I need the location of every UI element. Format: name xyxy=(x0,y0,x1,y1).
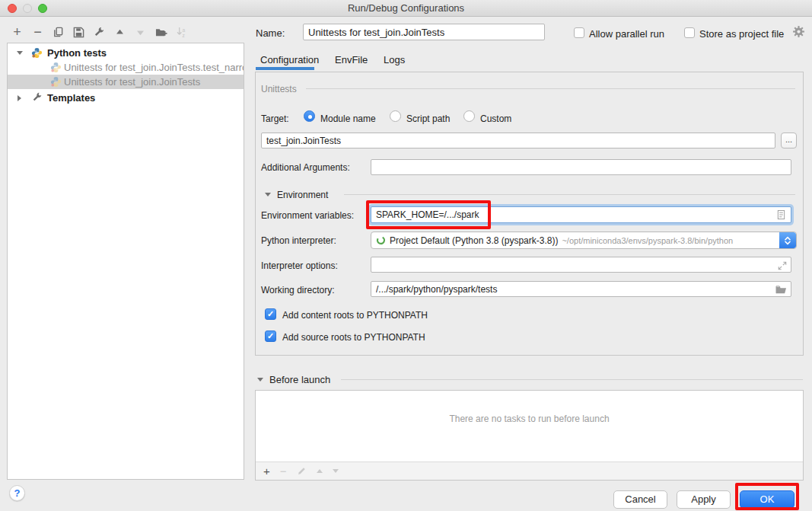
tree-item-templates[interactable]: Templates xyxy=(8,91,244,105)
target-custom-radio[interactable] xyxy=(463,110,475,122)
tree-item-label: Unittests for test_join.JoinTests.test_n… xyxy=(64,60,244,75)
edit-templates-wrench-icon[interactable] xyxy=(93,26,106,39)
python-tests-icon xyxy=(31,47,43,60)
collapse-arrow-icon[interactable] xyxy=(17,51,23,55)
store-as-project-file-label: Store as project file xyxy=(699,28,784,40)
name-input[interactable] xyxy=(303,24,545,40)
expand-field-icon[interactable] xyxy=(778,260,787,273)
move-task-down-icon[interactable] xyxy=(333,469,339,473)
python-test-icon xyxy=(50,76,62,89)
python-interpreter-label: Python interpreter: xyxy=(261,235,336,246)
environment-variables-label: Environment variables: xyxy=(261,210,354,221)
additional-arguments-input[interactable] xyxy=(371,159,791,175)
before-launch-panel: There are no tasks to run before launch … xyxy=(255,390,804,481)
combobox-stepper-icon[interactable] xyxy=(779,232,796,248)
expand-arrow-icon[interactable] xyxy=(18,95,21,101)
interpreter-options-label: Interpreter options: xyxy=(261,260,338,271)
before-launch-toolbar: + − xyxy=(256,461,803,480)
tab-logs[interactable]: Logs xyxy=(384,54,405,65)
configurations-tree: Python tests Unittests for test_join.Joi… xyxy=(7,43,244,480)
env-variables-browse-icon[interactable] xyxy=(776,209,786,223)
store-as-project-file-checkbox[interactable] xyxy=(684,27,695,38)
target-module-name-label: Module name xyxy=(320,113,376,124)
add-source-roots-label: Add source roots to PYTHONPATH xyxy=(282,332,425,343)
copy-configuration-icon[interactable] xyxy=(52,26,65,39)
sort-alphabetically-icon[interactable]: az xyxy=(175,26,188,39)
save-configuration-icon[interactable] xyxy=(72,26,85,39)
working-directory-input[interactable] xyxy=(371,281,791,297)
before-launch-empty-text: There are no tasks to run before launch xyxy=(256,414,803,424)
move-down-icon[interactable] xyxy=(134,26,147,39)
title-bar: Run/Debug Configurations xyxy=(0,0,812,17)
add-configuration-icon[interactable]: + xyxy=(11,26,24,39)
python-interpreter-select[interactable]: Project Default (Python 3.8 (pyspark-3.8… xyxy=(371,232,797,249)
before-launch-collapse-icon[interactable] xyxy=(257,378,263,382)
environment-variables-input[interactable] xyxy=(371,206,791,223)
remove-configuration-icon[interactable]: − xyxy=(31,26,44,39)
apply-button[interactable]: Apply xyxy=(677,490,731,509)
cancel-button[interactable]: Cancel xyxy=(613,490,667,509)
configuration-panel: Unittests Target: Module name Script pat… xyxy=(255,72,804,356)
target-script-path-label: Script path xyxy=(406,113,450,124)
working-directory-label: Working directory: xyxy=(261,285,334,295)
tab-configuration[interactable]: Configuration xyxy=(260,54,319,65)
additional-arguments-label: Additional Arguments: xyxy=(261,162,350,173)
target-custom-label: Custom xyxy=(480,113,511,124)
target-module-name-radio[interactable] xyxy=(304,110,315,122)
target-input[interactable] xyxy=(261,133,775,149)
environment-separator xyxy=(344,194,795,195)
interpreter-value: Project Default (Python 3.8 (pyspark-3.8… xyxy=(390,235,558,246)
add-source-roots-checkbox[interactable]: ✓ xyxy=(265,331,276,342)
gear-icon[interactable] xyxy=(792,25,805,41)
browse-folder-icon[interactable] xyxy=(775,284,787,298)
edit-task-icon[interactable] xyxy=(297,466,307,476)
templates-wrench-icon xyxy=(32,92,43,105)
tree-item-label: Unittests for test_join.JoinTests xyxy=(64,75,200,89)
tree-item-label: Python tests xyxy=(47,46,107,60)
before-launch-separator xyxy=(341,379,803,380)
move-task-up-icon[interactable] xyxy=(317,469,323,473)
new-folder-icon[interactable] xyxy=(154,26,167,39)
python-test-icon xyxy=(50,62,62,75)
interpreter-env-icon xyxy=(376,235,386,245)
browse-target-button[interactable]: ... xyxy=(781,133,797,149)
svg-text:z: z xyxy=(182,33,184,38)
before-launch-title: Before launch xyxy=(269,374,330,385)
tab-envfile[interactable]: EnvFile xyxy=(335,54,368,65)
add-task-icon[interactable]: + xyxy=(263,465,270,477)
tree-item-label: Templates xyxy=(47,91,95,105)
target-script-path-radio[interactable] xyxy=(390,110,401,122)
interpreter-options-input[interactable] xyxy=(371,257,791,273)
window-title: Run/Debug Configurations xyxy=(0,0,812,16)
allow-parallel-run-label: Allow parallel run xyxy=(589,28,664,40)
add-content-roots-checkbox[interactable]: ✓ xyxy=(265,308,276,320)
active-tab-indicator xyxy=(256,67,314,70)
environment-section-title: Environment xyxy=(277,190,328,200)
environment-collapse-icon[interactable] xyxy=(265,193,271,196)
move-up-icon[interactable] xyxy=(113,26,126,39)
allow-parallel-run-checkbox[interactable] xyxy=(574,27,584,38)
target-label: Target: xyxy=(261,113,289,124)
add-content-roots-label: Add content roots to PYTHONPATH xyxy=(282,310,428,321)
name-label: Name: xyxy=(256,27,285,39)
unittests-group-title: Unittests xyxy=(261,84,297,94)
tree-item-python-tests[interactable]: Python tests xyxy=(8,46,244,60)
remove-task-icon[interactable]: − xyxy=(280,465,287,477)
tree-item-unittests-test-narrow[interactable]: Unittests for test_join.JoinTests.test_n… xyxy=(8,60,244,75)
ok-button[interactable]: OK xyxy=(740,490,794,509)
help-button[interactable]: ? xyxy=(9,485,25,501)
svg-text:a: a xyxy=(182,27,185,33)
tree-item-unittests-jointests[interactable]: Unittests for test_join.JoinTests xyxy=(8,75,244,89)
configurations-toolbar: + − az xyxy=(11,24,188,40)
interpreter-path: ~/opt/miniconda3/envs/pyspark-3.8/bin/py… xyxy=(562,236,733,245)
group-separator xyxy=(306,88,795,89)
